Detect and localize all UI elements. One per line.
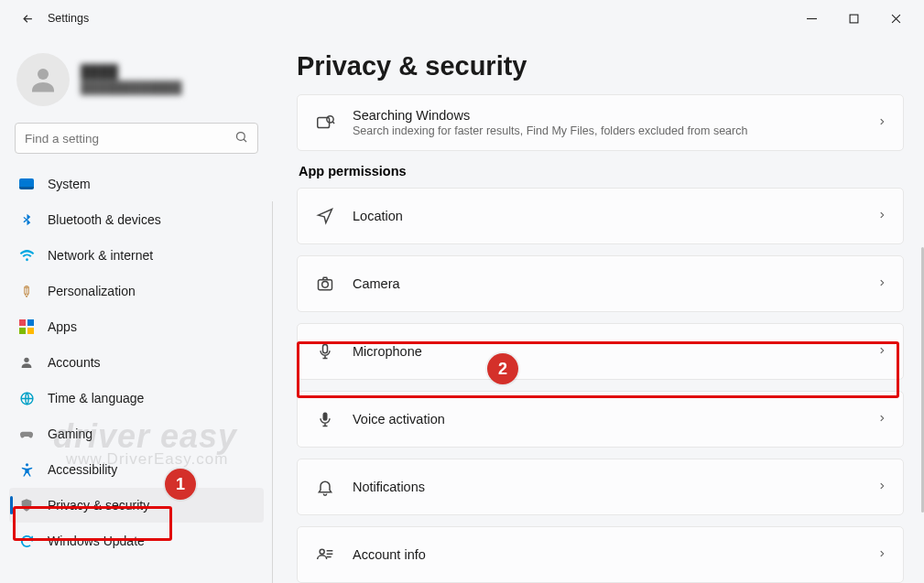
svg-point-5 bbox=[25, 463, 27, 466]
profile-block[interactable]: ████ ████████████ bbox=[9, 48, 264, 119]
card-title: Voice activation bbox=[353, 412, 861, 426]
accessibility-icon bbox=[18, 461, 35, 478]
voice-icon bbox=[314, 408, 336, 430]
chevron-right-icon bbox=[877, 412, 886, 427]
card-title: Account info bbox=[353, 547, 861, 562]
search-input[interactable] bbox=[25, 132, 234, 146]
brush-icon: ✎ bbox=[15, 279, 38, 302]
card-account-info[interactable]: Account info bbox=[297, 526, 904, 583]
bell-icon bbox=[314, 476, 336, 498]
camera-icon bbox=[314, 273, 336, 295]
svg-rect-11 bbox=[323, 413, 328, 421]
location-icon bbox=[314, 205, 336, 227]
sidebar-item-apps[interactable]: Apps bbox=[9, 309, 264, 344]
maximize-button[interactable] bbox=[832, 4, 875, 33]
callout-2: 2 bbox=[487, 353, 518, 384]
svg-rect-6 bbox=[318, 118, 330, 128]
back-button[interactable] bbox=[15, 12, 40, 26]
chevron-right-icon bbox=[877, 547, 886, 563]
title-bar: Settings bbox=[0, 0, 924, 37]
svg-point-9 bbox=[322, 282, 329, 288]
person-icon bbox=[18, 354, 35, 371]
sidebar-item-windows-update[interactable]: Windows Update bbox=[9, 524, 264, 558]
card-title: Searching Windows bbox=[353, 108, 861, 123]
chevron-right-icon bbox=[877, 276, 886, 292]
sidebar-item-label: Accessibility bbox=[48, 462, 117, 477]
profile-text: ████ ████████████ bbox=[81, 63, 182, 96]
update-icon bbox=[18, 533, 35, 549]
account-info-icon bbox=[314, 544, 336, 566]
chevron-right-icon bbox=[877, 344, 886, 360]
card-voice-activation[interactable]: Voice activation bbox=[297, 391, 904, 448]
sidebar: ████ ████████████ System Bluetooth & dev… bbox=[0, 37, 273, 583]
sidebar-item-system[interactable]: System bbox=[9, 167, 264, 201]
wifi-icon bbox=[18, 247, 35, 264]
sidebar-item-gaming[interactable]: Gaming bbox=[9, 416, 264, 451]
shield-icon bbox=[18, 497, 35, 513]
sidebar-item-bluetooth[interactable]: Bluetooth & devices bbox=[9, 202, 264, 237]
sidebar-item-label: Apps bbox=[48, 319, 77, 334]
card-title: Location bbox=[353, 209, 861, 223]
sidebar-item-network[interactable]: Network & internet bbox=[9, 238, 264, 273]
search-box[interactable] bbox=[15, 123, 258, 154]
sidebar-item-label: Time & language bbox=[48, 391, 144, 405]
card-desc: Search indexing for faster results, Find… bbox=[353, 124, 861, 137]
sidebar-item-personalization[interactable]: ✎ Personalization bbox=[9, 274, 264, 308]
sidebar-item-time-language[interactable]: Time & language bbox=[9, 381, 264, 416]
app-permissions-heading: App permissions bbox=[299, 164, 904, 178]
search-folders-icon bbox=[314, 112, 336, 134]
sidebar-item-label: System bbox=[48, 177, 91, 191]
sidebar-item-accounts[interactable]: Accounts bbox=[9, 345, 264, 380]
card-title: Camera bbox=[353, 276, 861, 291]
sidebar-item-label: Windows Update bbox=[48, 534, 145, 548]
svg-point-7 bbox=[327, 116, 333, 123]
sidebar-item-label: Gaming bbox=[48, 426, 92, 441]
svg-point-3 bbox=[24, 358, 28, 362]
sidebar-item-privacy-security[interactable]: Privacy & security bbox=[9, 488, 264, 523]
minimize-button[interactable] bbox=[790, 4, 832, 33]
display-icon bbox=[18, 176, 35, 192]
chevron-right-icon bbox=[877, 209, 886, 224]
card-location[interactable]: Location bbox=[297, 188, 904, 244]
sidebar-item-label: Network & internet bbox=[48, 248, 153, 263]
page-title: Privacy & security bbox=[297, 51, 904, 81]
avatar bbox=[16, 53, 70, 106]
svg-rect-10 bbox=[323, 345, 328, 353]
bluetooth-icon bbox=[18, 211, 35, 228]
sidebar-item-label: Accounts bbox=[48, 355, 101, 370]
main-content: Privacy & security Searching Windows Sea… bbox=[273, 37, 924, 583]
svg-point-1 bbox=[38, 69, 49, 80]
card-title: Notifications bbox=[353, 480, 861, 494]
chevron-right-icon bbox=[877, 115, 886, 131]
window-title: Settings bbox=[48, 12, 89, 25]
gamepad-icon bbox=[18, 426, 35, 442]
callout-1: 1 bbox=[165, 469, 196, 500]
close-button[interactable] bbox=[875, 4, 917, 33]
globe-icon bbox=[18, 390, 35, 406]
card-title: Microphone bbox=[353, 344, 861, 359]
svg-point-12 bbox=[320, 549, 324, 554]
card-microphone[interactable]: Microphone bbox=[297, 323, 904, 380]
apps-icon bbox=[18, 318, 35, 335]
sidebar-item-label: Bluetooth & devices bbox=[48, 212, 161, 227]
sidebar-item-accessibility[interactable]: Accessibility bbox=[9, 452, 264, 487]
sidebar-item-label: Privacy & security bbox=[48, 498, 149, 513]
microphone-icon bbox=[314, 340, 336, 362]
card-searching-windows[interactable]: Searching Windows Search indexing for fa… bbox=[297, 94, 904, 151]
svg-rect-0 bbox=[850, 15, 858, 23]
svg-point-2 bbox=[237, 132, 245, 140]
card-camera[interactable]: Camera bbox=[297, 255, 904, 312]
card-notifications[interactable]: Notifications bbox=[297, 459, 904, 515]
sidebar-item-label: Personalization bbox=[48, 284, 136, 298]
chevron-right-icon bbox=[877, 480, 886, 495]
search-icon bbox=[234, 130, 248, 147]
